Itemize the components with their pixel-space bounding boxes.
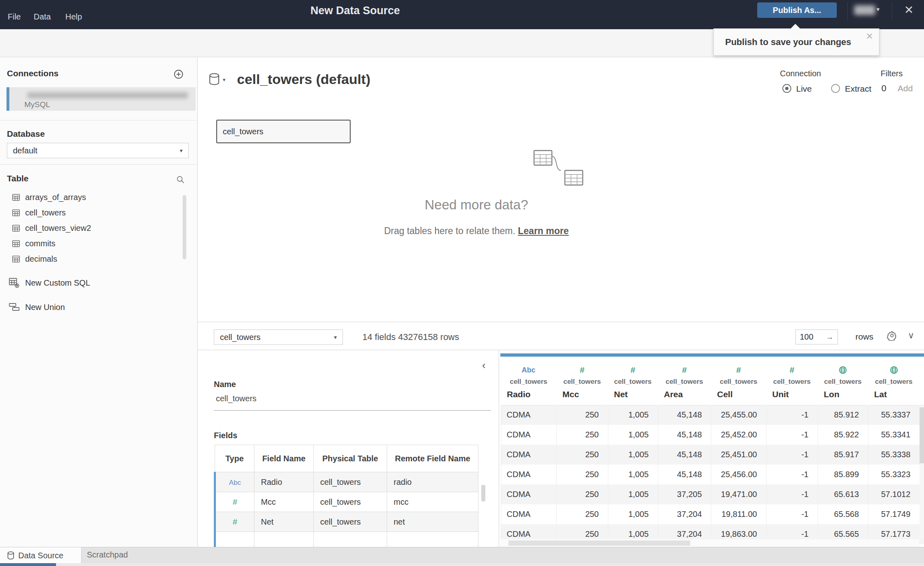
name-label: Name	[214, 380, 236, 389]
tab-data-source[interactable]: Data Source	[0, 547, 82, 564]
name-value[interactable]: cell_towers	[216, 394, 256, 403]
live-radio[interactable]	[782, 84, 791, 93]
name-underline	[214, 410, 491, 411]
add-connection-icon[interactable]	[174, 69, 183, 79]
grid-cell: 45,148	[658, 445, 711, 465]
grid-vscrollbar-thumb[interactable]	[920, 407, 924, 463]
number-type-icon: #	[682, 365, 687, 375]
grid-row[interactable]: CDMA2501,00545,14825,456.00-185.89955.33…	[501, 465, 924, 484]
grid-cell: 85.922	[818, 425, 868, 445]
remote-field-cell: net	[387, 512, 478, 532]
grid-column-header[interactable]: #cell_towersMcc	[556, 355, 608, 405]
sidebar-table-item[interactable]: decimals	[0, 251, 198, 267]
grid-hscrollbar-thumb[interactable]	[508, 540, 690, 546]
sidebar-table-item[interactable]: arrays_of_arrays	[0, 189, 198, 205]
publish-tooltip: Publish to save your changes ✕	[713, 28, 879, 56]
sidebar-table-item[interactable]: cell_towers_view2	[0, 220, 198, 236]
grid-cell: 55.3337	[868, 405, 920, 425]
grid-column-table: cell_towers	[658, 378, 711, 386]
grid-column-header[interactable]: #cell_towersNet	[608, 355, 658, 405]
number-type-icon: #	[580, 365, 585, 375]
preview-settings-gear-icon[interactable]	[887, 330, 897, 341]
relate-tables-illustration	[532, 147, 588, 189]
grid-row[interactable]: CDMA2501,00545,14825,452.00-185.92255.33…	[501, 425, 924, 445]
table-node-cell-towers[interactable]: cell_towers	[216, 120, 351, 143]
table-icon	[12, 240, 20, 247]
menu-file[interactable]: File	[8, 12, 21, 22]
preview-table-select[interactable]: cell_towers ▾	[214, 329, 343, 345]
user-caret-icon[interactable]: ▾	[877, 6, 880, 13]
extract-radio[interactable]	[831, 84, 840, 93]
database-select[interactable]: default ▾	[7, 143, 189, 158]
grid-cell: 85.912	[818, 405, 868, 425]
preview-table-caret-icon: ▾	[334, 334, 337, 340]
grid-column-header	[920, 355, 924, 405]
sidebar-table-item[interactable]: cell_towers	[0, 205, 198, 220]
table-search-icon[interactable]	[177, 176, 185, 184]
grid-column-header[interactable]: Abccell_towersRadio	[501, 355, 556, 405]
empty-state-text: Drag tables here to relate them.	[384, 226, 515, 236]
metadata-panel: ‹ Name cell_towers Fields Type Field Nam…	[198, 350, 499, 547]
field-row[interactable]: AbcRadiocell_towersradio	[215, 472, 478, 492]
filters-add-button[interactable]: Add	[898, 84, 913, 93]
grid-column-header[interactable]: cell_towersLat	[868, 355, 920, 405]
grid-cell: 25,456.00	[711, 465, 766, 484]
table-list-scrollbar[interactable]	[183, 195, 186, 259]
data-grid: Abccell_towersRadio#cell_towersMcc#cell_…	[500, 353, 924, 547]
live-radio-label[interactable]: Live	[796, 84, 812, 94]
status-accent-bar	[0, 563, 56, 566]
physical-table-cell: cell_towers	[314, 492, 387, 512]
field-row[interactable]	[215, 532, 478, 547]
datasource-caret-icon[interactable]: ▾	[223, 77, 226, 83]
grid-cell: 1,005	[608, 465, 658, 484]
grid-column-header[interactable]: #cell_towersArea	[658, 355, 711, 405]
grid-cell: 19,811.00	[711, 504, 766, 524]
datasource-type-icon[interactable]	[209, 73, 220, 86]
new-union-item[interactable]: New Union	[9, 302, 65, 312]
grid-cell: 55.3341	[868, 425, 920, 445]
row-count-input[interactable]: 100 →	[795, 329, 838, 344]
grid-cell: -1	[766, 504, 818, 524]
new-custom-sql-item[interactable]: New Custom SQL	[9, 278, 90, 288]
menu-help[interactable]: Help	[65, 12, 82, 22]
datasource-title[interactable]: cell_towers (default)	[237, 71, 370, 87]
collapse-panel-icon[interactable]: ‹	[482, 359, 486, 372]
grid-cell: 57.1749	[868, 504, 920, 524]
remote-field-cell: mcc	[387, 492, 478, 512]
field-row[interactable]: #Mcccell_towersmcc	[215, 492, 478, 512]
filters-label: Filters	[881, 69, 902, 78]
tab-scratchpad[interactable]: Scratchpad	[87, 550, 128, 560]
number-type-icon: #	[631, 365, 635, 375]
grid-row[interactable]: CDMA2501,00545,14825,451.00-185.91755.33…	[501, 445, 924, 465]
grid-row[interactable]: CDMA2501,00537,20419,811.00-165.56857.17…	[501, 504, 924, 524]
connection-item[interactable]: MySQL	[6, 87, 196, 111]
apply-rows-icon[interactable]: →	[826, 333, 834, 342]
publish-as-button[interactable]: Publish As...	[757, 2, 837, 18]
table-icon	[12, 256, 20, 263]
rows-label: rows	[855, 332, 873, 342]
grid-cell: 1,005	[608, 445, 658, 465]
connection-name-redacted	[27, 92, 188, 99]
grid-column-table: cell_towers	[767, 378, 817, 386]
grid-column-header[interactable]: #cell_towersCell	[711, 355, 766, 405]
grid-cell: 250	[556, 425, 608, 445]
tooltip-close-icon[interactable]: ✕	[866, 31, 873, 42]
grid-cell: 55.3323	[868, 465, 920, 484]
window-close-icon[interactable]: ✕	[904, 3, 913, 17]
user-menu[interactable]	[854, 5, 875, 15]
grid-column-header[interactable]: cell_towersLon	[818, 355, 868, 405]
extract-radio-label[interactable]: Extract	[845, 84, 871, 94]
grid-cell: CDMA	[501, 445, 556, 465]
sidebar-table-item[interactable]: commits	[0, 236, 198, 251]
field-row[interactable]: #Netcell_towersnet	[215, 512, 478, 532]
grid-row[interactable]: CDMA2501,00545,14825,455.00-185.91255.33…	[501, 405, 924, 425]
grid-row[interactable]: CDMA2501,00537,20519,471.00-165.61357.10…	[501, 484, 924, 504]
menu-data[interactable]: Data	[34, 12, 51, 22]
grid-column-header[interactable]: #cell_towersUnit	[766, 355, 818, 405]
fields-scrollbar[interactable]	[481, 485, 485, 501]
custom-sql-icon	[9, 278, 19, 288]
filters-count: 0	[881, 83, 886, 94]
learn-more-link[interactable]: Learn more	[518, 226, 569, 236]
grid-cell: 1,005	[608, 425, 658, 445]
preview-expand-chevron-icon[interactable]: ∨	[908, 330, 914, 341]
